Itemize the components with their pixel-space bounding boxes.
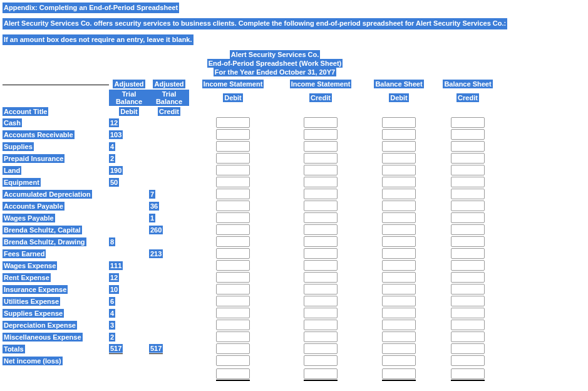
entry-input[interactable] — [304, 165, 338, 175]
entry-input[interactable] — [304, 308, 338, 318]
entry-input[interactable] — [382, 165, 416, 175]
entry-input[interactable] — [382, 236, 416, 247]
entry-input[interactable] — [451, 284, 485, 295]
account-title: Brenda Schultz, Drawing — [3, 237, 86, 246]
entry-input[interactable] — [216, 320, 250, 330]
entry-input[interactable] — [304, 153, 338, 164]
entry-input[interactable] — [382, 129, 416, 140]
entry-input[interactable] — [382, 248, 416, 259]
entry-input[interactable] — [451, 224, 485, 235]
entry-input[interactable] — [304, 331, 338, 342]
entry-input[interactable] — [216, 284, 250, 295]
entry-input[interactable] — [382, 284, 416, 295]
entry-input[interactable] — [304, 260, 338, 271]
entry-input[interactable] — [382, 320, 416, 330]
net-input[interactable] — [216, 355, 250, 366]
final-input[interactable] — [451, 368, 485, 379]
entry-input[interactable] — [304, 236, 338, 247]
entry-input[interactable] — [382, 201, 416, 211]
hdr-atb-debit-2: Trial Balance — [109, 90, 149, 106]
entry-input[interactable] — [451, 212, 485, 223]
entry-input[interactable] — [451, 201, 485, 211]
entry-input[interactable] — [216, 129, 250, 140]
entry-input[interactable] — [216, 260, 250, 271]
entry-input[interactable] — [382, 189, 416, 199]
entry-input[interactable] — [382, 308, 416, 318]
entry-input[interactable] — [451, 236, 485, 247]
atb-debit-value: 2 — [109, 333, 115, 341]
totals-input[interactable] — [451, 343, 485, 354]
entry-input[interactable] — [451, 141, 485, 152]
entry-input[interactable] — [304, 212, 338, 223]
entry-input[interactable] — [451, 248, 485, 259]
entry-input[interactable] — [304, 224, 338, 235]
totals-input[interactable] — [382, 343, 416, 354]
entry-input[interactable] — [304, 284, 338, 295]
entry-input[interactable] — [382, 296, 416, 306]
entry-input[interactable] — [451, 129, 485, 140]
entry-input[interactable] — [382, 224, 416, 235]
hdr-atb-credit-1: Adjusted — [153, 80, 185, 88]
entry-input[interactable] — [304, 201, 338, 211]
entry-input[interactable] — [216, 308, 250, 318]
double-underline — [304, 380, 338, 381]
entry-input[interactable] — [451, 272, 485, 283]
entry-input[interactable] — [216, 224, 250, 235]
entry-input[interactable] — [451, 331, 485, 342]
entry-input[interactable] — [216, 177, 250, 187]
entry-input[interactable] — [451, 153, 485, 164]
entry-input[interactable] — [216, 296, 250, 306]
hdr-bs-credit-1: Balance Sheet — [443, 80, 492, 88]
net-input[interactable] — [382, 355, 416, 366]
entry-input[interactable] — [304, 320, 338, 330]
entry-input[interactable] — [451, 308, 485, 318]
entry-input[interactable] — [216, 248, 250, 259]
atb-credit-value: 7 — [149, 190, 155, 199]
entry-input[interactable] — [304, 129, 338, 140]
entry-input[interactable] — [216, 331, 250, 342]
entry-input[interactable] — [216, 236, 250, 247]
entry-input[interactable] — [382, 141, 416, 152]
account-title: Equipment — [3, 178, 41, 187]
final-input[interactable] — [216, 368, 250, 379]
final-input[interactable] — [382, 368, 416, 379]
entry-input[interactable] — [304, 272, 338, 283]
document-title: End-of-Period Spreadsheet (Work Sheet) — [207, 59, 343, 68]
entry-input[interactable] — [216, 153, 250, 164]
entry-input[interactable] — [382, 331, 416, 342]
entry-input[interactable] — [451, 117, 485, 128]
atb-debit-value: 103 — [109, 130, 123, 139]
entry-input[interactable] — [382, 177, 416, 187]
atb-debit-value: 3 — [109, 321, 115, 330]
entry-input[interactable] — [382, 272, 416, 283]
entry-input[interactable] — [304, 296, 338, 306]
entry-input[interactable] — [382, 212, 416, 223]
entry-input[interactable] — [304, 189, 338, 199]
entry-input[interactable] — [382, 117, 416, 128]
entry-input[interactable] — [451, 320, 485, 330]
entry-input[interactable] — [451, 165, 485, 175]
net-input[interactable] — [304, 355, 338, 366]
net-input[interactable] — [451, 355, 485, 366]
entry-input[interactable] — [304, 141, 338, 152]
totals-input[interactable] — [216, 343, 250, 354]
entry-input[interactable] — [216, 165, 250, 175]
entry-input[interactable] — [216, 272, 250, 283]
entry-input[interactable] — [216, 201, 250, 211]
entry-input[interactable] — [216, 212, 250, 223]
entry-input[interactable] — [304, 117, 338, 128]
entry-input[interactable] — [304, 248, 338, 259]
entry-input[interactable] — [216, 141, 250, 152]
totals-input[interactable] — [304, 343, 338, 354]
entry-input[interactable] — [451, 296, 485, 306]
entry-input[interactable] — [451, 260, 485, 271]
entry-input[interactable] — [451, 177, 485, 187]
entry-input[interactable] — [216, 117, 250, 128]
entry-input[interactable] — [382, 153, 416, 164]
entry-input[interactable] — [216, 189, 250, 199]
entry-input[interactable] — [451, 189, 485, 199]
entry-input[interactable] — [382, 260, 416, 271]
hdr-account-title: Account Title — [3, 107, 48, 116]
entry-input[interactable] — [304, 177, 338, 187]
final-input[interactable] — [304, 368, 338, 379]
